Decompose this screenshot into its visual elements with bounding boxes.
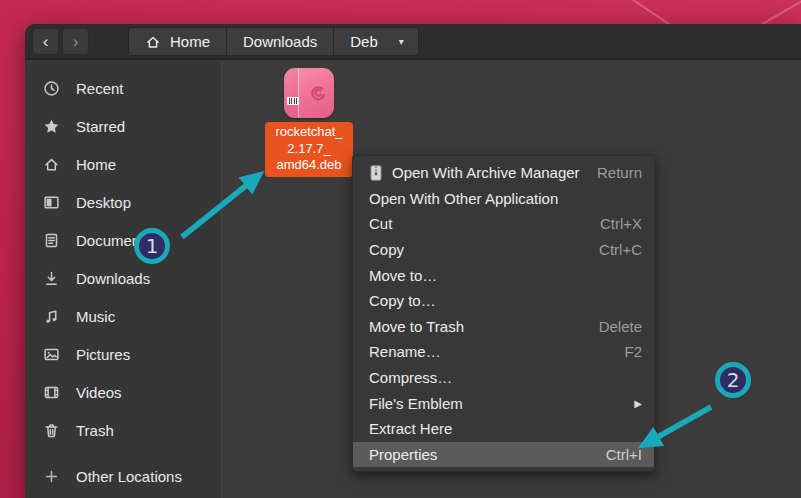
breadcrumb-label: Deb [350, 33, 378, 50]
menu-item-shortcut: Delete [599, 318, 642, 335]
desktop-icon [43, 194, 60, 211]
pictures-icon [43, 346, 60, 363]
menu-item-shortcut: F2 [624, 343, 642, 360]
menu-item-label: Move to Trash [369, 318, 464, 335]
annotation-step-1-badge: 1 [134, 228, 170, 264]
sidebar-item-label: Starred [76, 118, 125, 135]
context-menu: Open With Archive Manager Return Open Wi… [352, 155, 655, 472]
sidebar-item-other-locations[interactable]: Other Locations [25, 457, 221, 495]
menu-item-open-with-archive-manager[interactable]: Open With Archive Manager Return [353, 160, 654, 186]
annotation-step-2-badge: 2 [715, 362, 751, 398]
videos-icon [43, 384, 60, 401]
back-button[interactable]: ‹ [32, 28, 59, 55]
breadcrumb-deb-current[interactable]: Deb ▾ [334, 28, 418, 55]
deb-icon-stripe [284, 68, 299, 118]
submenu-arrow-icon: ▶ [634, 398, 642, 409]
menu-item-open-with-other-application[interactable]: Open With Other Application [353, 186, 654, 212]
sidebar-item-label: Other Locations [76, 468, 182, 485]
debian-swirl-icon [307, 83, 329, 105]
file-name-line: rocketchat_ [267, 124, 351, 141]
file-name-line: 2.17.7_ [267, 141, 351, 158]
documents-icon [43, 232, 60, 249]
sidebar-item-home[interactable]: Home [25, 145, 221, 183]
menu-item-move-to[interactable]: Move to… [353, 262, 654, 288]
breadcrumb-label: Downloads [243, 33, 317, 50]
breadcrumb-label: Home [170, 33, 210, 50]
menu-item-shortcut: Return [597, 164, 642, 181]
home-icon [43, 156, 60, 173]
menu-item-shortcut: Ctrl+I [606, 446, 642, 463]
breadcrumb-home[interactable]: Home [129, 28, 227, 55]
menu-item-label: Open With Archive Manager [392, 164, 580, 181]
menu-item-label: Copy [369, 241, 404, 258]
sidebar-item-downloads[interactable]: Downloads [25, 259, 221, 297]
menu-item-label: Open With Other Application [369, 190, 558, 207]
menu-item-label: Properties [369, 446, 437, 463]
menu-item-label: Cut [369, 215, 392, 232]
sidebar-item-label: Desktop [76, 194, 131, 211]
forward-button[interactable]: › [62, 28, 89, 55]
menu-item-extract-here[interactable]: Extract Here [353, 416, 654, 442]
sidebar-item-starred[interactable]: Starred [25, 107, 221, 145]
menu-item-cut[interactable]: Cut Ctrl+X [353, 211, 654, 237]
sidebar-item-label: Downloads [76, 270, 150, 287]
file-name-label: rocketchat_ 2.17.7_ amd64.deb [265, 122, 353, 177]
deb-package-icon [284, 68, 334, 118]
file-name-line: amd64.deb [267, 157, 351, 174]
sidebar-item-label: Recent [76, 80, 124, 97]
recent-icon [43, 80, 60, 97]
menu-item-label: File's Emblem [369, 395, 463, 412]
menu-item-compress[interactable]: Compress… [353, 365, 654, 391]
menu-item-shortcut: Ctrl+C [599, 241, 642, 258]
menu-item-copy-to[interactable]: Copy to… [353, 288, 654, 314]
breadcrumb: Home Downloads Deb ▾ [128, 27, 419, 56]
menu-item-label: Copy to… [369, 292, 436, 309]
menu-item-copy[interactable]: Copy Ctrl+C [353, 237, 654, 263]
music-icon [43, 308, 60, 325]
barcode-icon [287, 97, 299, 105]
sidebar-item-label: Pictures [76, 346, 130, 363]
menu-item-rename[interactable]: Rename… F2 [353, 339, 654, 365]
sidebar-item-label: Videos [76, 384, 122, 401]
headerbar: ‹ › Home Downloads Deb ▾ [25, 24, 801, 60]
sidebar-item-desktop[interactable]: Desktop [25, 183, 221, 221]
sidebar-item-label: Home [76, 156, 116, 173]
sidebar-item-videos[interactable]: Videos [25, 373, 221, 411]
downloads-icon [43, 270, 60, 287]
sidebar-item-trash[interactable]: Trash [25, 411, 221, 449]
menu-item-move-to-trash[interactable]: Move to Trash Delete [353, 314, 654, 340]
trash-icon [43, 422, 60, 439]
sidebar-item-label: Trash [76, 422, 114, 439]
menu-item-label: Compress… [369, 369, 452, 386]
plus-icon [43, 468, 60, 485]
sidebar-item-label: Music [76, 308, 115, 325]
starred-icon [43, 118, 60, 135]
sidebar: Recent Starred Home Desktop [25, 62, 222, 498]
sidebar-item-documents[interactable]: Documents [25, 221, 221, 259]
sidebar-item-recent[interactable]: Recent [25, 69, 221, 107]
archive-manager-icon [369, 165, 383, 181]
menu-item-label: Extract Here [369, 420, 452, 437]
home-icon [145, 34, 161, 50]
file-item-rocketchat-deb[interactable]: rocketchat_ 2.17.7_ amd64.deb [265, 68, 353, 177]
menu-item-shortcut: Ctrl+X [600, 215, 642, 232]
sidebar-item-music[interactable]: Music [25, 297, 221, 335]
breadcrumb-downloads[interactable]: Downloads [227, 28, 334, 55]
sidebar-item-pictures[interactable]: Pictures [25, 335, 221, 373]
menu-item-properties[interactable]: Properties Ctrl+I [353, 442, 654, 468]
menu-item-label: Move to… [369, 267, 437, 284]
menu-item-label: Rename… [369, 343, 441, 360]
chevron-down-icon[interactable]: ▾ [399, 36, 404, 47]
sidebar-list: Recent Starred Home Desktop [25, 62, 221, 449]
menu-item-files-emblem[interactable]: File's Emblem ▶ [353, 390, 654, 416]
